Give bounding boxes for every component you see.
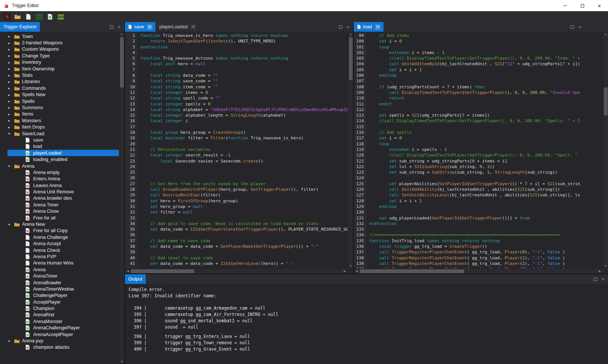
expand-arrow-icon[interactable]: ▸ [8, 105, 14, 110]
tree-item-town[interactable]: ▸Town [7, 33, 119, 39]
expand-arrow-icon[interactable]: ▸ [8, 54, 14, 58]
tree-item-arena-close[interactable]: Arena Close [7, 208, 119, 215]
scroll-down-icon[interactable]: ▼ [603, 263, 608, 268]
collapse-arrow-icon[interactable]: ▾ [8, 222, 14, 227]
tab-load[interactable]: load× [354, 22, 384, 32]
tree-item-arena-empty[interactable]: Arena empty [7, 169, 119, 175]
tree-item-enters-arena[interactable]: Enters Arena [7, 176, 119, 182]
tree-item-arenaacceptplayer[interactable]: ArenaAcceptPlayer [7, 331, 119, 338]
editor-vertical-scrollbar[interactable]: ▲ ▼ [603, 32, 608, 268]
expand-arrow-icon[interactable]: ▸ [8, 118, 14, 123]
new-document-button[interactable] [23, 12, 33, 21]
variable-list-button[interactable] [56, 12, 66, 21]
expand-arrow-icon[interactable]: ▸ [8, 99, 14, 103]
close-panel-icon[interactable]: × [578, 25, 581, 29]
float-panel-icon[interactable] [339, 25, 342, 29]
close-panel-icon[interactable]: × [117, 25, 120, 29]
tree-item-arenachallengeplayer[interactable]: ArenaChallengePlayer [7, 325, 119, 331]
close-panel-icon[interactable]: × [346, 25, 349, 29]
tab-close-icon[interactable]: × [191, 25, 196, 29]
tab-close-icon[interactable]: × [375, 25, 380, 29]
scroll-thumb[interactable] [120, 37, 124, 88]
scroll-up-icon[interactable]: ▲ [603, 32, 608, 37]
expand-arrow-icon[interactable]: ▸ [8, 112, 14, 116]
expand-arrow-icon[interactable]: ▸ [8, 73, 14, 77]
collapse-arrow-icon[interactable]: ▾ [8, 132, 14, 136]
collapse-arrow-icon[interactable]: ▾ [8, 339, 14, 343]
collapse-arrow-icon[interactable]: ▾ [8, 164, 14, 168]
scroll-up-icon[interactable]: ▲ [348, 32, 353, 37]
tree-item-loading-enabled[interactable]: loading_enabled [7, 156, 119, 162]
tree-item-stats[interactable]: ▸Stats [7, 72, 119, 78]
tree-item-monsters[interactable]: ▸Monsters [7, 117, 119, 124]
scroll-thumb[interactable] [604, 88, 608, 115]
tree-item-items[interactable]: ▸Items [7, 111, 119, 117]
tree-item-arenatimer[interactable]: ArenaTimer [7, 273, 119, 279]
trigger-script-button[interactable] [45, 12, 55, 21]
scroll-down-icon[interactable]: ▼ [119, 359, 125, 364]
tree-scrollbar[interactable]: ▲ ▼ [119, 32, 124, 364]
tree-item-arena-brawler-dies[interactable]: Arena brawler dies [7, 195, 119, 202]
tree-item-arena-accept[interactable]: Arena Accept [7, 241, 119, 247]
tree-item-arena-pvp[interactable]: Arena PVP [7, 253, 119, 260]
tree-item-arenabrawler[interactable]: ArenaBrawler [7, 279, 119, 286]
tree-item-arena-new[interactable]: ▾Arena New [7, 221, 119, 227]
tab-close-icon[interactable]: × [147, 25, 152, 29]
tree-item-arena-timer[interactable]: Arena Timer [7, 202, 119, 208]
tree-item-acceptplayer[interactable]: AcceptPlayer [7, 299, 119, 305]
tree-item-arena-human-wins[interactable]: Arena Human Wins [7, 260, 119, 266]
float-panel-icon[interactable] [571, 25, 574, 29]
expand-arrow-icon[interactable]: ▸ [8, 67, 14, 71]
tree-item-commands[interactable]: ▸Commands [7, 85, 119, 91]
tree-item-item-drops[interactable]: ▸Item Drops [7, 124, 119, 130]
maximize-button[interactable] [574, 0, 591, 11]
trigger-explorer-tab[interactable]: Trigger Explorer [0, 22, 40, 32]
tree-item-challengeplayer[interactable]: ChallengePlayer [7, 292, 119, 299]
tree-item-save-load[interactable]: ▾Save/Load [7, 130, 119, 137]
app-logo-button[interactable]: S [2, 12, 12, 21]
scroll-thumb[interactable] [131, 269, 194, 273]
expand-arrow-icon[interactable]: ▸ [8, 80, 14, 84]
tree-item-leaves-arena[interactable]: Leaves Arena [7, 182, 119, 189]
tree-item-champion-attacks[interactable]: champion attacks [7, 344, 119, 351]
float-panel-icon[interactable] [110, 25, 113, 29]
tree-item-arenatimerwindow[interactable]: ArenaTimerWindow [7, 286, 119, 292]
tab-output[interactable]: Output [125, 274, 146, 284]
close-panel-icon[interactable]: × [601, 277, 604, 282]
object-grid-button[interactable] [34, 12, 44, 21]
tree-item-arena[interactable]: Arena [7, 266, 119, 273]
expand-arrow-icon[interactable]: ▸ [8, 47, 14, 51]
expand-arrow-icon[interactable]: ▸ [8, 93, 14, 97]
tree-item-arena-pvp[interactable]: ▾Arena pvp [7, 338, 119, 344]
scroll-thumb[interactable] [360, 269, 464, 273]
editor-vertical-scrollbar[interactable]: ▲ ▼ [348, 32, 353, 268]
tree-item-arena-check[interactable]: Arena Check [7, 247, 119, 253]
tab-save[interactable]: save× [125, 22, 156, 32]
tree-item-arena-challenge[interactable]: Arena Challenge [7, 234, 119, 240]
expand-arrow-icon[interactable]: ▸ [8, 34, 14, 38]
tree-item-free-for-all-copy[interactable]: Free for all Copy [7, 228, 119, 234]
tree-item-playerloaded[interactable]: playerLoaded [7, 150, 119, 156]
tree-item-save[interactable]: save [7, 137, 119, 143]
expand-arrow-icon[interactable]: ▸ [8, 86, 14, 90]
tree-item-item-ownership[interactable]: ▸Item Ownership [7, 66, 119, 72]
tree-item-arenamonster[interactable]: ArenaMonster [7, 318, 119, 325]
tree-item-inventory[interactable]: ▸Inventory [7, 59, 119, 66]
float-panel-icon[interactable] [594, 278, 597, 281]
tree-item-arena-unit-remove[interactable]: Arena Unit Remove [7, 189, 119, 195]
tree-item-change-type[interactable]: ▸Change Type [7, 53, 119, 59]
code-area[interactable]: function Trig_newsave_is_hero takes noth… [138, 32, 348, 268]
expand-arrow-icon[interactable]: ▸ [8, 60, 14, 64]
scroll-left-icon[interactable]: ◀ [354, 269, 359, 274]
scroll-thumb[interactable] [349, 37, 353, 80]
scroll-right-icon[interactable]: ▶ [342, 269, 347, 274]
scroll-right-icon[interactable]: ▶ [597, 269, 602, 274]
close-button[interactable]: × [591, 0, 608, 11]
code-area[interactable]: // Add items set i = 0 loop exitwhen i >… [366, 32, 603, 268]
scroll-down-icon[interactable]: ▼ [348, 263, 353, 268]
tree-item-arena[interactable]: ▾Arena [7, 163, 119, 169]
scroll-left-icon[interactable]: ◀ [125, 269, 130, 274]
tree-item-load[interactable]: load [7, 143, 119, 150]
tab-playerLoaded[interactable]: playerLoaded× [156, 22, 199, 32]
open-folder-button[interactable] [13, 12, 22, 21]
